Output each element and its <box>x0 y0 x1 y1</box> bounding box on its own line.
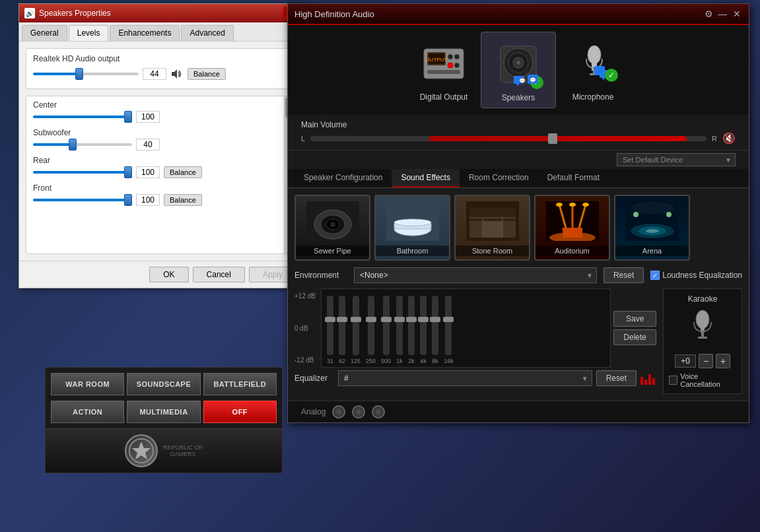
eq-bars-icon[interactable] <box>640 372 656 385</box>
center-track[interactable] <box>33 116 132 118</box>
eq-handle-1k[interactable] <box>394 317 405 322</box>
rear-value-input[interactable] <box>136 166 160 178</box>
realtek-slider-track[interactable] <box>33 73 139 75</box>
device-speakers[interactable]: 💬 ✓ 💬 Speakers <box>481 32 556 108</box>
settings-icon[interactable]: ⚙ <box>705 9 713 19</box>
minimize-button[interactable]: — <box>717 9 728 19</box>
ok-button[interactable]: OK <box>149 267 188 283</box>
rog-btn-battlefield[interactable]: BATTLEFIELD <box>203 373 277 395</box>
eq-slider-500[interactable] <box>383 296 390 355</box>
rog-logo-area: REPUBLIC OFGAMERS <box>46 428 282 473</box>
rear-track[interactable] <box>33 171 132 174</box>
eq-slider-4k[interactable] <box>420 296 427 355</box>
eq-slider-8k[interactable] <box>432 296 438 355</box>
eq-slider-1k[interactable] <box>396 296 403 355</box>
eq-bar-1 <box>640 377 643 385</box>
realtek-volume-input[interactable]: 44 <box>143 68 166 80</box>
channel-front-label: Front <box>33 183 288 193</box>
mute-icon[interactable]: 🔇 <box>722 132 736 145</box>
karaoke-section: Karaoke +0 − + Vo <box>663 288 742 394</box>
front-value-input[interactable] <box>136 194 160 206</box>
voice-cancellation-checkbox[interactable] <box>669 376 677 385</box>
rear-thumb[interactable] <box>124 166 132 178</box>
loudness-checkbox[interactable]: ✓ <box>650 271 660 280</box>
rog-btn-war-room[interactable]: WAR ROOM <box>51 373 124 395</box>
env-sewer-pipe[interactable]: Sewer Pipe <box>294 195 370 261</box>
balance-button-front[interactable]: Balance <box>164 194 202 206</box>
env-auditorium[interactable]: Auditorium <box>534 195 610 261</box>
default-device-select[interactable]: Set Default Device <box>617 153 736 166</box>
center-value-input[interactable] <box>136 111 160 123</box>
device-microphone[interactable]: ✓ Microphone <box>556 32 630 108</box>
tab-default-format[interactable]: Default Format <box>538 169 609 187</box>
eq-label-4k: 4k <box>420 358 427 364</box>
eq-handle-250[interactable] <box>366 317 376 322</box>
realtek-slider-thumb[interactable] <box>75 68 83 80</box>
eq-slider-62[interactable] <box>339 296 345 355</box>
rog-btn-multimedia[interactable]: MULTIMEDIA <box>127 401 200 423</box>
eq-handle-125[interactable] <box>351 317 361 322</box>
tab-speaker-configuration[interactable]: Speaker Configuration <box>294 169 392 187</box>
volume-icon[interactable] <box>170 67 184 81</box>
hda-close-button[interactable]: ✕ <box>732 9 742 19</box>
subwoofer-track[interactable] <box>33 143 132 146</box>
balance-button-rear[interactable]: Balance <box>164 166 202 178</box>
environment-reset-button[interactable]: Reset <box>604 267 644 283</box>
subwoofer-value-input[interactable] <box>136 139 160 150</box>
eq-save-button[interactable]: Save <box>613 311 656 327</box>
front-fill <box>33 199 132 201</box>
front-track[interactable] <box>33 199 132 201</box>
tab-general[interactable]: General <box>22 25 67 41</box>
balance-button-realtek[interactable]: Balance <box>188 68 226 80</box>
rog-btn-soundscape[interactable]: SOUNDSCAPE <box>127 373 200 395</box>
analog-dot-3[interactable] <box>372 405 385 418</box>
eq-handle-8k[interactable] <box>430 317 440 322</box>
eq-db-labels: +12 dB 0 dB -12 dB <box>294 288 318 368</box>
eq-slider-31[interactable] <box>327 296 333 355</box>
eq-reset-button[interactable]: Reset <box>596 370 637 386</box>
main-volume-track[interactable] <box>310 136 707 141</box>
channel-center-row: Center <box>33 100 288 123</box>
channel-subwoofer-label: Subwoofer <box>33 128 288 137</box>
karaoke-plus-button[interactable]: + <box>716 354 730 368</box>
cancel-button[interactable]: Cancel <box>193 267 245 283</box>
rog-btn-action[interactable]: ACTION <box>51 401 124 423</box>
svg-text:💬: 💬 <box>530 77 536 82</box>
environment-select[interactable]: <None> <box>354 267 597 283</box>
eq-handle-16k[interactable] <box>443 317 454 322</box>
eq-preset-select[interactable]: # <box>338 370 592 386</box>
center-thumb[interactable] <box>124 111 132 123</box>
env-arena[interactable]: Arena <box>614 195 690 261</box>
tab-room-correction[interactable]: Room Correction <box>460 169 538 187</box>
subwoofer-thumb[interactable] <box>69 139 77 150</box>
eq-slider-125[interactable] <box>353 296 359 355</box>
main-volume-handle[interactable] <box>548 133 557 144</box>
svg-point-36 <box>399 220 426 224</box>
channel-subwoofer-row: Subwoofer <box>33 128 288 150</box>
tab-sound-effects[interactable]: Sound Effects <box>392 169 460 187</box>
eq-slider-16k[interactable] <box>445 296 452 355</box>
env-bathroom[interactable]: Bathroom <box>374 195 450 261</box>
eq-handle-500[interactable] <box>381 317 392 322</box>
front-thumb[interactable] <box>124 194 132 206</box>
tab-levels[interactable]: Levels <box>69 25 109 41</box>
tab-advanced[interactable]: Advanced <box>181 25 233 41</box>
eq-delete-button[interactable]: Delete <box>613 329 656 345</box>
tab-enhancements[interactable]: Enhancements <box>110 25 180 41</box>
device-digital-output[interactable]: OUTPUT Digital Output <box>407 32 481 108</box>
eq-slider-2k[interactable] <box>408 296 415 355</box>
eq-handle-2k[interactable] <box>406 317 417 322</box>
env-stone-room[interactable]: Stone Room <box>454 195 530 261</box>
eq-handle-62[interactable] <box>337 317 347 322</box>
rog-btn-off[interactable]: OFF <box>203 401 277 423</box>
subwoofer-fill <box>33 143 73 146</box>
eq-handle-4k[interactable] <box>418 317 429 322</box>
realtek-slider-fill <box>33 73 79 75</box>
rog-logo-icon <box>125 434 158 467</box>
karaoke-minus-button[interactable]: − <box>699 354 713 368</box>
analog-dot-2[interactable] <box>352 405 365 418</box>
eq-slider-250[interactable] <box>368 296 374 355</box>
eq-container: +12 dB 0 dB -12 dB 31 <box>294 288 656 368</box>
analog-dot-1[interactable] <box>332 405 345 418</box>
eq-handle-31[interactable] <box>325 317 335 322</box>
